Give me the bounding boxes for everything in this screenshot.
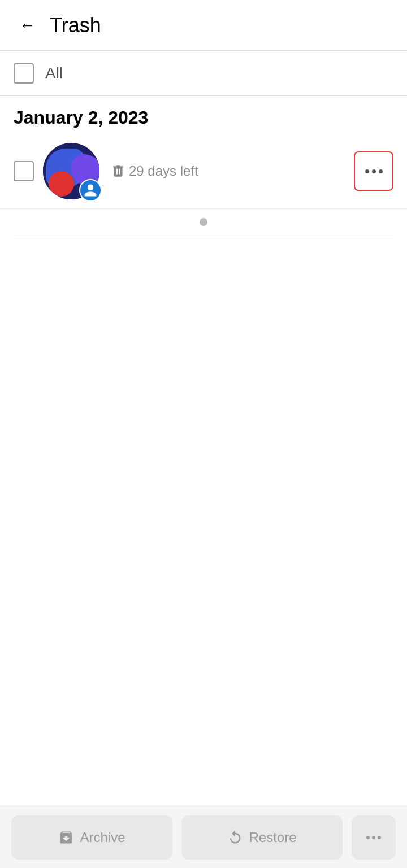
archive-button[interactable]: Archive	[11, 815, 172, 860]
more-options-button[interactable]	[354, 151, 393, 191]
archive-label: Archive	[80, 830, 125, 845]
item-checkbox[interactable]	[14, 161, 34, 181]
restore-icon	[227, 830, 243, 845]
back-arrow-icon: ←	[19, 16, 35, 34]
select-all-label: All	[45, 64, 63, 82]
date-group: January 2, 2023	[0, 96, 407, 134]
bottom-bar: Archive Restore	[0, 806, 407, 868]
page-title: Trash	[50, 14, 101, 37]
mail-meta: 29 days left	[111, 163, 354, 179]
restore-button[interactable]: Restore	[181, 815, 343, 860]
mail-item: 29 days left	[0, 134, 407, 209]
bottom-more-icon	[366, 836, 381, 839]
trash-icon	[111, 164, 125, 178]
scroll-indicator	[0, 209, 407, 235]
contact-icon	[79, 179, 102, 202]
more-dots-icon	[365, 169, 383, 173]
select-all-row: All	[0, 51, 407, 96]
header: ← Trash	[0, 0, 407, 51]
back-button[interactable]: ←	[14, 12, 41, 39]
bottom-more-button[interactable]	[352, 815, 396, 860]
days-left-label: 29 days left	[129, 163, 198, 179]
restore-label: Restore	[249, 830, 296, 845]
date-label: January 2, 2023	[14, 107, 148, 128]
avatar	[43, 143, 99, 199]
archive-icon	[58, 830, 74, 845]
scroll-dot	[200, 218, 207, 226]
select-all-checkbox[interactable]	[14, 63, 34, 84]
trash-icon-wrap: 29 days left	[111, 163, 198, 179]
